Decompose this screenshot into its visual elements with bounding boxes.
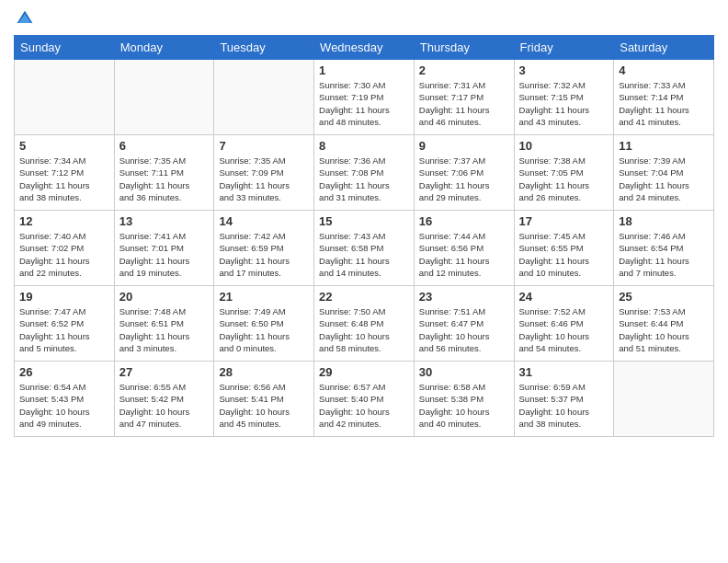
day-info: Sunrise: 7:49 AM Sunset: 6:50 PM Dayligh… (219, 305, 309, 354)
day-number: 26 (19, 365, 109, 379)
calendar-header-row: SundayMondayTuesdayWednesdayThursdayFrid… (15, 36, 714, 60)
calendar-cell: 5Sunrise: 7:34 AM Sunset: 7:12 PM Daylig… (15, 135, 115, 211)
day-number: 30 (419, 365, 509, 379)
day-number: 29 (319, 365, 409, 379)
day-number: 24 (519, 290, 609, 304)
calendar-cell: 8Sunrise: 7:36 AM Sunset: 7:08 PM Daylig… (314, 135, 415, 211)
day-number: 10 (519, 139, 609, 153)
calendar-header-thursday: Thursday (414, 36, 514, 60)
day-info: Sunrise: 7:46 AM Sunset: 6:54 PM Dayligh… (619, 230, 709, 279)
calendar-cell: 23Sunrise: 7:51 AM Sunset: 6:47 PM Dayli… (414, 286, 514, 362)
calendar-cell: 7Sunrise: 7:35 AM Sunset: 7:09 PM Daylig… (214, 135, 314, 211)
page: SundayMondayTuesdayWednesdayThursdayFrid… (0, 0, 728, 563)
day-info: Sunrise: 7:37 AM Sunset: 7:06 PM Dayligh… (419, 155, 509, 203)
calendar-header-monday: Monday (114, 36, 214, 60)
calendar: SundayMondayTuesdayWednesdayThursdayFrid… (14, 35, 714, 437)
day-info: Sunrise: 7:42 AM Sunset: 6:59 PM Dayligh… (219, 230, 309, 279)
day-info: Sunrise: 7:30 AM Sunset: 7:19 PM Dayligh… (319, 79, 409, 128)
day-info: Sunrise: 7:34 AM Sunset: 7:12 PM Dayligh… (19, 155, 109, 203)
calendar-cell: 19Sunrise: 7:47 AM Sunset: 6:52 PM Dayli… (15, 286, 115, 362)
calendar-cell: 18Sunrise: 7:46 AM Sunset: 6:54 PM Dayli… (614, 211, 714, 286)
calendar-header-tuesday: Tuesday (214, 36, 314, 60)
calendar-cell (214, 60, 314, 135)
calendar-week-1: 5Sunrise: 7:34 AM Sunset: 7:12 PM Daylig… (15, 135, 714, 211)
day-number: 31 (519, 365, 609, 379)
day-info: Sunrise: 7:47 AM Sunset: 6:52 PM Dayligh… (19, 305, 109, 354)
calendar-cell: 21Sunrise: 7:49 AM Sunset: 6:50 PM Dayli… (214, 286, 314, 362)
day-number: 5 (19, 139, 109, 153)
day-info: Sunrise: 7:43 AM Sunset: 6:58 PM Dayligh… (319, 230, 409, 279)
calendar-cell: 11Sunrise: 7:39 AM Sunset: 7:04 PM Dayli… (614, 135, 714, 211)
calendar-cell: 26Sunrise: 6:54 AM Sunset: 5:43 PM Dayli… (15, 362, 115, 437)
day-number: 12 (19, 214, 109, 228)
calendar-header-sunday: Sunday (15, 36, 115, 60)
calendar-cell: 27Sunrise: 6:55 AM Sunset: 5:42 PM Dayli… (114, 362, 214, 437)
calendar-cell: 25Sunrise: 7:53 AM Sunset: 6:44 PM Dayli… (614, 286, 714, 362)
day-info: Sunrise: 7:45 AM Sunset: 6:55 PM Dayligh… (519, 230, 609, 279)
day-number: 17 (519, 214, 609, 228)
header (14, 9, 714, 28)
day-info: Sunrise: 7:52 AM Sunset: 6:46 PM Dayligh… (519, 305, 609, 354)
day-number: 23 (419, 290, 509, 304)
day-info: Sunrise: 7:41 AM Sunset: 7:01 PM Dayligh… (119, 230, 210, 279)
day-number: 4 (619, 63, 709, 77)
calendar-cell: 9Sunrise: 7:37 AM Sunset: 7:06 PM Daylig… (414, 135, 514, 211)
day-number: 13 (119, 214, 210, 228)
calendar-cell: 12Sunrise: 7:40 AM Sunset: 7:02 PM Dayli… (15, 211, 115, 286)
calendar-week-3: 19Sunrise: 7:47 AM Sunset: 6:52 PM Dayli… (15, 286, 714, 362)
calendar-cell: 20Sunrise: 7:48 AM Sunset: 6:51 PM Dayli… (114, 286, 214, 362)
calendar-cell: 28Sunrise: 6:56 AM Sunset: 5:41 PM Dayli… (214, 362, 314, 437)
calendar-header-saturday: Saturday (614, 36, 714, 60)
day-info: Sunrise: 7:39 AM Sunset: 7:04 PM Dayligh… (619, 155, 709, 203)
calendar-cell: 22Sunrise: 7:50 AM Sunset: 6:48 PM Dayli… (314, 286, 415, 362)
calendar-cell: 1Sunrise: 7:30 AM Sunset: 7:19 PM Daylig… (314, 60, 415, 135)
calendar-cell: 14Sunrise: 7:42 AM Sunset: 6:59 PM Dayli… (214, 211, 314, 286)
day-number: 27 (119, 365, 210, 379)
calendar-cell: 29Sunrise: 6:57 AM Sunset: 5:40 PM Dayli… (314, 362, 415, 437)
calendar-cell: 4Sunrise: 7:33 AM Sunset: 7:14 PM Daylig… (614, 60, 714, 135)
calendar-week-2: 12Sunrise: 7:40 AM Sunset: 7:02 PM Dayli… (15, 211, 714, 286)
day-number: 15 (319, 214, 409, 228)
day-info: Sunrise: 7:33 AM Sunset: 7:14 PM Dayligh… (619, 79, 709, 128)
day-info: Sunrise: 6:54 AM Sunset: 5:43 PM Dayligh… (19, 381, 109, 430)
calendar-week-0: 1Sunrise: 7:30 AM Sunset: 7:19 PM Daylig… (15, 60, 714, 135)
calendar-cell: 17Sunrise: 7:45 AM Sunset: 6:55 PM Dayli… (514, 211, 614, 286)
calendar-cell: 13Sunrise: 7:41 AM Sunset: 7:01 PM Dayli… (114, 211, 214, 286)
day-number: 8 (319, 139, 409, 153)
day-info: Sunrise: 7:53 AM Sunset: 6:44 PM Dayligh… (619, 305, 709, 354)
calendar-cell: 31Sunrise: 6:59 AM Sunset: 5:37 PM Dayli… (514, 362, 614, 437)
calendar-cell: 24Sunrise: 7:52 AM Sunset: 6:46 PM Dayli… (514, 286, 614, 362)
calendar-cell: 10Sunrise: 7:38 AM Sunset: 7:05 PM Dayli… (514, 135, 614, 211)
day-info: Sunrise: 7:38 AM Sunset: 7:05 PM Dayligh… (519, 155, 609, 203)
calendar-cell: 16Sunrise: 7:44 AM Sunset: 6:56 PM Dayli… (414, 211, 514, 286)
day-info: Sunrise: 7:44 AM Sunset: 6:56 PM Dayligh… (419, 230, 509, 279)
calendar-cell: 3Sunrise: 7:32 AM Sunset: 7:15 PM Daylig… (514, 60, 614, 135)
calendar-cell: 30Sunrise: 6:58 AM Sunset: 5:38 PM Dayli… (414, 362, 514, 437)
day-number: 20 (119, 290, 210, 304)
calendar-cell: 2Sunrise: 7:31 AM Sunset: 7:17 PM Daylig… (414, 60, 514, 135)
day-number: 19 (19, 290, 109, 304)
day-number: 21 (219, 290, 309, 304)
calendar-header-friday: Friday (514, 36, 614, 60)
day-info: Sunrise: 6:57 AM Sunset: 5:40 PM Dayligh… (319, 381, 409, 430)
day-number: 18 (619, 214, 709, 228)
day-number: 14 (219, 214, 309, 228)
day-number: 9 (419, 139, 509, 153)
day-info: Sunrise: 7:40 AM Sunset: 7:02 PM Dayligh… (19, 230, 109, 279)
day-number: 16 (419, 214, 509, 228)
calendar-week-4: 26Sunrise: 6:54 AM Sunset: 5:43 PM Dayli… (15, 362, 714, 437)
calendar-cell (614, 362, 714, 437)
day-number: 2 (419, 63, 509, 77)
day-number: 3 (519, 63, 609, 77)
calendar-cell (114, 60, 214, 135)
day-number: 1 (319, 63, 409, 77)
day-info: Sunrise: 6:55 AM Sunset: 5:42 PM Dayligh… (119, 381, 210, 430)
calendar-header-wednesday: Wednesday (314, 36, 415, 60)
calendar-cell (15, 60, 115, 135)
day-info: Sunrise: 6:59 AM Sunset: 5:37 PM Dayligh… (519, 381, 609, 430)
day-number: 22 (319, 290, 409, 304)
day-number: 11 (619, 139, 709, 153)
day-info: Sunrise: 6:56 AM Sunset: 5:41 PM Dayligh… (219, 381, 309, 430)
day-info: Sunrise: 7:48 AM Sunset: 6:51 PM Dayligh… (119, 305, 210, 354)
day-number: 6 (119, 139, 210, 153)
